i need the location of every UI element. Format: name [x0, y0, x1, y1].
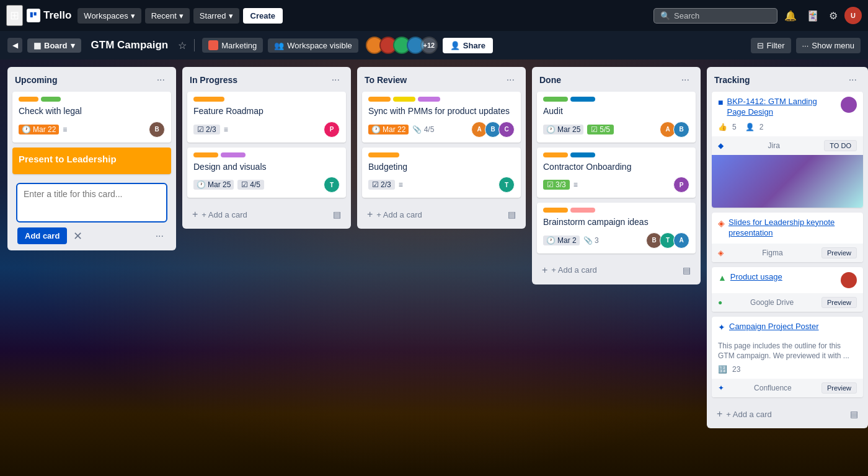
card-title: Feature Roadmap	[193, 105, 340, 118]
board-view-label: Board	[44, 41, 68, 50]
tracking-card-avatar	[841, 97, 857, 113]
card-contractor-onboarding[interactable]: Contractor Onboarding ☑ 3/3 ≡ P	[537, 148, 696, 198]
create-button[interactable]: Create	[243, 8, 283, 24]
search-input[interactable]	[674, 11, 761, 20]
checklist-badge: ☑ 5/5	[587, 125, 614, 134]
member-avatars[interactable]: +12	[366, 37, 438, 54]
add-card-trigger-in-progress[interactable]: + + Add a card ▤	[187, 205, 346, 224]
starred-menu-button[interactable]: Starred ▾	[193, 8, 239, 24]
card-title: Design and visuals	[193, 161, 340, 174]
workspace-visible-button[interactable]: 👥 Workspace visible	[268, 38, 358, 53]
card-footer: 🕐 Mar 25 ☑ 5/5 A B	[543, 121, 689, 138]
list-header-in-progress: In Progress ···	[182, 67, 351, 92]
add-card-trigger-done[interactable]: + + Add a card ▤	[537, 261, 696, 280]
list-menu-done[interactable]: ···	[678, 73, 693, 87]
visibility-icon: 👥	[274, 41, 284, 50]
clock-icon: 🕐	[22, 125, 31, 134]
due-date-text: Mar 22	[383, 125, 405, 134]
add-card-textarea[interactable]	[17, 184, 166, 221]
filter-icon: ⊟	[757, 41, 764, 50]
figma-preview-badge[interactable]: Preview	[822, 247, 857, 258]
list-menu-in-progress[interactable]: ···	[328, 73, 343, 87]
card-members: B	[149, 121, 165, 138]
star-board-button[interactable]: ☆	[178, 40, 187, 51]
tracking-card-title: BKP-1412: GTM Landing Page Design	[727, 97, 837, 118]
likes-icon: 👍	[718, 123, 727, 131]
tracking-card-header: ■ BKP-1412: GTM Landing Page Design	[712, 92, 863, 123]
add-card-trigger-to-review[interactable]: + + Add a card ▤	[362, 205, 521, 224]
apps-grid-button[interactable]: ⊞	[6, 5, 23, 26]
card-check-legal[interactable]: Check with legal 🕐 Mar 22 ≡ B	[12, 92, 171, 143]
notifications-button[interactable]: 🔔	[781, 7, 800, 25]
workspace-tag-button[interactable]: Marketing	[202, 38, 263, 53]
checklist-badge: ☑ 2/3	[368, 180, 395, 190]
list-menu-upcoming[interactable]: ···	[153, 73, 169, 87]
checklist-count: 3/3	[556, 180, 566, 189]
card-design-visuals[interactable]: Design and visuals 🕐 Mar 25 ☑ 4/5 T	[187, 148, 346, 198]
card-labels	[368, 152, 515, 157]
filter-button[interactable]: ⊟ Filter	[751, 38, 791, 53]
tracking-card-slides[interactable]: ◈ Slides for Leadership keynote presenta…	[712, 213, 863, 262]
checklist-count: 4/5	[250, 180, 260, 189]
attachment-badge: 📎 3	[583, 236, 599, 245]
list-menu-to-review[interactable]: ···	[503, 73, 518, 87]
tracking-card-product-usage[interactable]: ▲ Product usage ● Google Drive Preview	[712, 267, 863, 312]
card-feature-roadmap[interactable]: Feature Roadmap ☑ 2/3 ≡ P	[187, 92, 346, 143]
workspaces-chevron: ▾	[131, 11, 135, 20]
card-present-leadership[interactable]: Present to Leadership	[12, 148, 171, 174]
figma-icon: ◈	[718, 218, 725, 228]
share-button[interactable]: 👤 Share	[443, 38, 493, 53]
add-card-trigger-tracking[interactable]: + + Add a card ▤	[712, 405, 863, 423]
tracking-card-integration-gdrive: ● Google Drive Preview	[712, 293, 863, 312]
card-brainstorm[interactable]: Brainstorm campaign ideas 🕐 Mar 2 📎 3 B …	[537, 203, 696, 253]
gdrive-preview-badge[interactable]: Preview	[822, 297, 857, 308]
create-label: Create	[250, 11, 275, 20]
confluence-preview-badge[interactable]: Preview	[822, 382, 857, 394]
list-header-done: Done ···	[532, 67, 701, 92]
card-audit[interactable]: Audit 🕐 Mar 25 ☑ 5/5 A B	[537, 92, 696, 143]
members-count: 2	[760, 123, 764, 131]
integration-name: Figma	[762, 249, 782, 257]
count-value: 23	[732, 365, 740, 374]
add-card-cancel-button[interactable]: ✕	[71, 227, 85, 245]
add-icon: +	[542, 265, 547, 276]
trello-logo: Trello	[27, 9, 71, 22]
card-budgeting[interactable]: Budgeting ☑ 2/3 ≡ T	[362, 148, 521, 198]
card-member-avatar: B	[149, 121, 165, 138]
checklist-count: 5/5	[600, 125, 610, 134]
sidebar-toggle-button[interactable]: ◀	[7, 38, 22, 53]
board-name: GTM Campaign	[86, 39, 174, 51]
card-sync-pmms[interactable]: Sync with PMMs for product updates 🕐 Mar…	[362, 92, 521, 143]
divider	[194, 39, 195, 51]
label-orange	[193, 152, 218, 157]
tracking-card-bkp1412[interactable]: ■ BKP-1412: GTM Landing Page Design 👍 5 …	[712, 92, 863, 208]
tracking-card-image	[712, 155, 863, 208]
checklist-icon: ☑	[241, 180, 248, 189]
add-card-submit-button[interactable]: Add card	[17, 227, 67, 244]
cards-button[interactable]: 🃏	[804, 7, 822, 25]
add-card-options-button[interactable]: ···	[153, 228, 166, 244]
card-members: P	[673, 177, 689, 193]
jira-status-badge[interactable]: TO DO	[824, 140, 857, 151]
member-count[interactable]: +12	[420, 37, 438, 54]
board-icon: ▦	[33, 41, 41, 50]
user-avatar[interactable]: U	[844, 7, 862, 24]
label-orange	[368, 97, 391, 102]
show-menu-button[interactable]: ··· Show menu	[796, 38, 861, 53]
settings-button[interactable]: ⚙	[826, 7, 841, 25]
card-members: T	[498, 177, 515, 193]
workspaces-menu-button[interactable]: Workspaces ▾	[78, 8, 141, 24]
search-box[interactable]: 🔍	[653, 8, 777, 24]
confluence-icon: ✦	[718, 322, 725, 332]
tracking-card-campaign-poster[interactable]: ✦ Campaign Project Poster This page incl…	[712, 317, 863, 398]
list-menu-tracking[interactable]: ···	[845, 73, 861, 87]
card-footer: 🕐 Mar 22 📎 4/5 A B C	[368, 121, 515, 138]
board-view-button[interactable]: ▦ Board ▾	[27, 38, 81, 53]
list-footer-to-review: + + Add a card ▤	[357, 203, 526, 229]
due-date-text: Mar 25	[557, 125, 580, 134]
recent-menu-button[interactable]: Recent ▾	[145, 8, 190, 24]
clock-icon: 🕐	[546, 236, 556, 245]
label-blue	[570, 152, 595, 157]
tracking-card-integration-jira: ◆ Jira TO DO	[712, 136, 863, 155]
trello-logo-icon	[27, 9, 40, 22]
